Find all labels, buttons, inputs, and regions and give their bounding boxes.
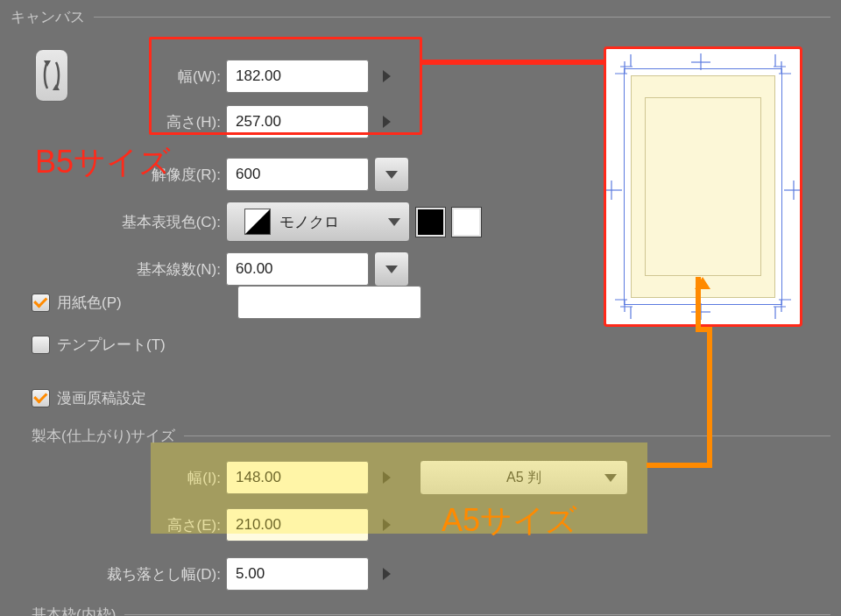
binding-height-input[interactable] [226, 508, 369, 542]
screen-freq-dropdown[interactable] [374, 251, 409, 287]
binding-legend: 製本(仕上がり)サイズ [32, 426, 175, 446]
resolution-input[interactable] [226, 158, 369, 191]
width-label: 幅(W): [0, 67, 226, 87]
canvas-width-input[interactable] [226, 60, 369, 93]
annotation-orange-arrowhead [695, 277, 710, 289]
mono-icon [244, 209, 271, 235]
inner-frame [645, 97, 761, 276]
binding-width-input[interactable] [226, 461, 369, 494]
template-checkbox[interactable] [32, 336, 50, 354]
annotation-red-connector [422, 60, 604, 65]
color-mode-value: モノクロ [279, 212, 339, 232]
width-spinner[interactable] [369, 59, 404, 94]
height-label: 高さ(H): [0, 112, 226, 132]
bleed-spinner[interactable] [369, 556, 404, 591]
resolution-label: 解像度(R): [0, 165, 226, 185]
binding-width-label: 幅(I): [0, 468, 226, 488]
binding-height-spinner[interactable] [369, 507, 404, 542]
paper-color-swatch[interactable] [237, 286, 421, 319]
template-label: テンプレート(T) [57, 335, 166, 355]
paper-color-checkbox[interactable] [32, 294, 50, 312]
resolution-dropdown[interactable] [374, 157, 409, 192]
manga-settings-label: 漫画原稿設定 [57, 388, 146, 408]
manga-settings-checkbox[interactable] [32, 389, 50, 407]
binding-preset-value: A5 判 [506, 469, 541, 487]
canvas-height-input[interactable] [226, 105, 369, 138]
color-mode-dropdown[interactable]: モノクロ [226, 202, 410, 242]
canvas-legend: キャンバス [11, 7, 85, 27]
bleed-label: 裁ち落とし幅(D): [0, 564, 226, 584]
screen-freq-label: 基本線数(N): [0, 259, 226, 280]
binding-width-spinner[interactable] [369, 460, 404, 495]
color-mode-label: 基本表現色(C): [0, 212, 226, 232]
bleed-input[interactable] [226, 557, 369, 591]
swatch-black[interactable] [415, 207, 446, 237]
paper-color-label: 用紙色(P) [57, 293, 122, 313]
swatch-white[interactable] [451, 207, 482, 237]
binding-height-label: 高さ(E): [0, 515, 226, 535]
binding-preset-dropdown[interactable]: A5 判 [420, 460, 628, 495]
screen-freq-input[interactable] [226, 252, 369, 286]
height-spinner[interactable] [369, 104, 404, 139]
inner-frame-legend: 基本枠(内枠) [32, 605, 116, 616]
annotation-orange-connector-v [707, 327, 712, 468]
